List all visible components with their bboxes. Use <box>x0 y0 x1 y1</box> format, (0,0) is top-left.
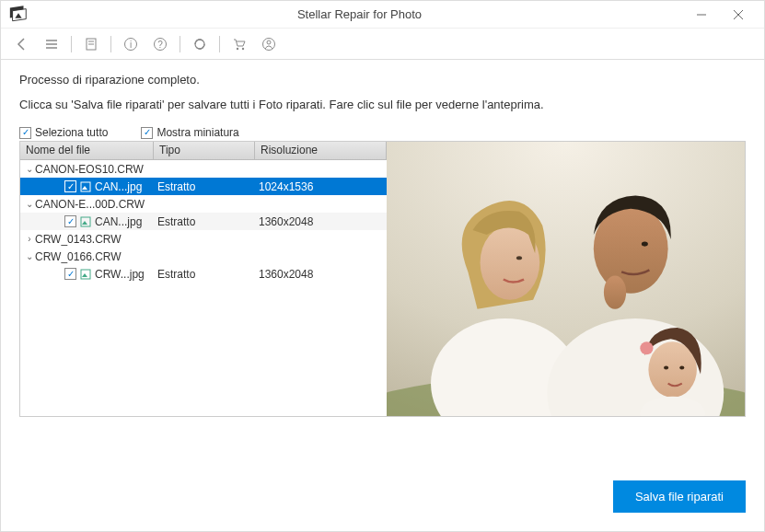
svg-point-37 <box>679 365 684 369</box>
help-button[interactable]: ? <box>148 32 172 56</box>
toolbar-separator <box>180 36 180 52</box>
group-label: CRW_0166.CRW <box>35 250 122 263</box>
svg-point-16 <box>237 47 238 49</box>
table-row[interactable]: ⌄ CANON-EOS10.CRW <box>20 160 387 178</box>
select-all-label: Seleziona tutto <box>35 126 108 139</box>
file-resolution: 1360x2048 <box>259 215 387 228</box>
svg-marker-21 <box>82 186 87 190</box>
table-row[interactable]: ⌄ CRW_0166.CRW <box>20 248 387 265</box>
select-all-checkbox[interactable]: ✓ Seleziona tutto <box>19 126 108 139</box>
checkbox-icon[interactable]: ✓ <box>64 180 76 192</box>
preview-panel[interactable] <box>387 142 745 416</box>
checkbox-icon: ✓ <box>141 127 153 139</box>
table-row[interactable]: ✓ CRW...jpg Estratto 1360x2048 <box>20 265 387 283</box>
group-label: CRW_0143.CRW <box>35 233 122 246</box>
toolbar-separator <box>110 36 111 52</box>
file-resolution: 1360x2048 <box>259 268 387 281</box>
checkbox-icon: ✓ <box>19 127 31 139</box>
options-row: ✓ Seleziona tutto ✓ Mostra miniatura <box>19 126 746 139</box>
checkbox-icon[interactable]: ✓ <box>64 268 76 280</box>
user-button[interactable] <box>257 32 281 56</box>
status-text: Processo di riparazione completo. <box>19 73 746 87</box>
svg-point-33 <box>642 242 648 247</box>
tree-header: Nome del file Tipo Risoluzione <box>20 142 387 160</box>
svg-text:i: i <box>130 40 132 50</box>
menu-button[interactable] <box>40 32 64 56</box>
svg-marker-23 <box>82 221 87 225</box>
table-row[interactable]: ⌄ CANON-E...00D.CRW <box>20 195 387 213</box>
show-thumbnail-checkbox[interactable]: ✓ Mostra miniatura <box>141 126 238 139</box>
group-label: CANON-E...00D.CRW <box>35 198 145 211</box>
file-type: Estratto <box>157 215 259 228</box>
main-panel: Nome del file Tipo Risoluzione ⌄ CANON-E… <box>19 141 746 417</box>
chevron-down-icon[interactable]: ⌄ <box>24 199 35 209</box>
cart-button[interactable] <box>227 32 251 56</box>
minimize-button[interactable] <box>683 2 720 28</box>
checkbox-icon[interactable]: ✓ <box>64 215 76 227</box>
svg-marker-25 <box>82 273 87 277</box>
info-button[interactable]: i <box>119 32 143 56</box>
file-type: Estratto <box>157 180 259 193</box>
svg-point-36 <box>664 365 668 369</box>
svg-rect-20 <box>81 182 90 191</box>
file-name: CAN...jpg <box>95 215 142 228</box>
toolbar-separator <box>219 36 220 52</box>
group-label: CANON-EOS10.CRW <box>35 163 144 176</box>
file-name: CRW...jpg <box>95 268 145 281</box>
svg-point-30 <box>516 256 522 260</box>
svg-point-17 <box>242 47 244 49</box>
svg-rect-24 <box>81 270 90 279</box>
refresh-button[interactable] <box>188 32 212 56</box>
file-tree-panel: Nome del file Tipo Risoluzione ⌄ CANON-E… <box>20 142 387 416</box>
toolbar-separator <box>71 36 72 52</box>
table-row[interactable]: › CRW_0143.CRW <box>20 230 387 248</box>
log-button[interactable] <box>79 32 103 56</box>
table-row[interactable]: ✓ CAN...jpg Estratto 1360x2048 <box>20 213 387 230</box>
svg-rect-22 <box>81 217 90 226</box>
content-area: Processo di riparazione completo. Clicca… <box>1 60 764 451</box>
file-resolution: 1024x1536 <box>259 180 387 193</box>
titlebar: Stellar Repair for Photo <box>1 1 764 29</box>
app-icon <box>8 5 29 25</box>
back-button[interactable] <box>10 32 34 56</box>
file-name: CAN...jpg <box>95 180 142 193</box>
chevron-right-icon[interactable]: › <box>24 234 35 244</box>
column-header-name[interactable]: Nome del file <box>20 142 154 159</box>
chevron-down-icon[interactable]: ⌄ <box>24 251 35 261</box>
footer: Salva file riparati <box>1 451 764 531</box>
save-files-button[interactable]: Salva file riparati <box>613 480 746 513</box>
show-thumb-label: Mostra miniatura <box>156 126 238 139</box>
instruction-text: Clicca su 'Salva file riparati' per salv… <box>19 98 746 111</box>
column-header-resolution[interactable]: Risoluzione <box>255 142 387 159</box>
table-row[interactable]: ✓ CAN...jpg Estratto 1024x1536 <box>20 178 387 195</box>
file-type: Estratto <box>157 268 259 281</box>
tree-body: ⌄ CANON-EOS10.CRW ✓ CAN...jpg Estratto <box>20 160 387 416</box>
svg-text:?: ? <box>157 40 163 50</box>
column-header-type[interactable]: Tipo <box>154 142 255 159</box>
toolbar: i ? <box>1 29 764 60</box>
image-file-icon <box>79 180 92 193</box>
svg-point-39 <box>640 341 653 354</box>
image-file-icon <box>79 268 92 281</box>
chevron-down-icon[interactable]: ⌄ <box>24 164 35 174</box>
svg-point-34 <box>604 275 626 308</box>
preview-image <box>387 142 745 416</box>
svg-point-19 <box>267 40 271 44</box>
image-file-icon <box>79 215 92 228</box>
app-window: Stellar Repair for Photo i ? Processo di… <box>0 0 765 532</box>
close-button[interactable] <box>720 2 757 28</box>
window-title: Stellar Repair for Photo <box>36 7 683 21</box>
